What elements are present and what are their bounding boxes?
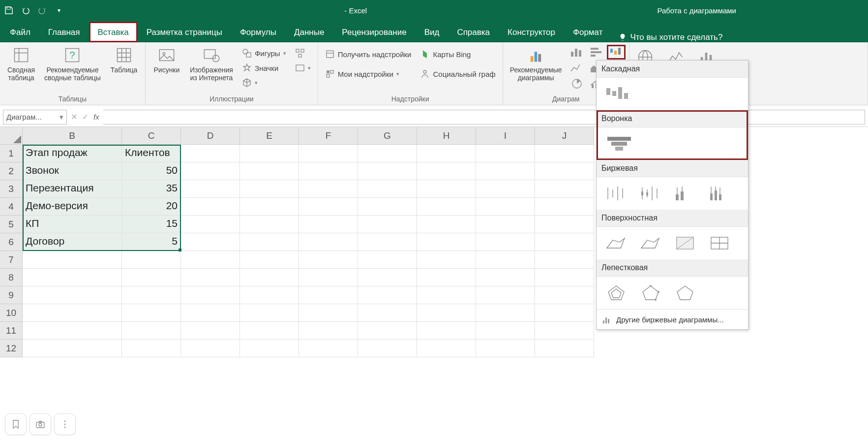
cell-C9[interactable] bbox=[122, 286, 181, 304]
more-stock-charts[interactable]: Другие биржевые диаграммы... bbox=[597, 309, 748, 329]
cell-C11[interactable] bbox=[122, 322, 181, 340]
smartart-button[interactable] bbox=[292, 46, 314, 60]
cell-I1[interactable] bbox=[476, 145, 535, 162]
cell-I2[interactable] bbox=[476, 162, 535, 180]
cell-F8[interactable] bbox=[299, 269, 358, 286]
redo-icon[interactable] bbox=[37, 5, 47, 15]
cell-C1[interactable]: Клиентов bbox=[122, 145, 181, 162]
cell-F7[interactable] bbox=[299, 251, 358, 269]
cell-H2[interactable] bbox=[417, 162, 476, 180]
cell-J4[interactable] bbox=[535, 198, 594, 216]
row-header-3[interactable]: 3 bbox=[0, 180, 23, 198]
row-header-10[interactable]: 10 bbox=[0, 304, 23, 322]
cell-E5[interactable] bbox=[240, 216, 299, 233]
cell-I4[interactable] bbox=[476, 198, 535, 216]
cell-D5[interactable] bbox=[181, 216, 240, 233]
cell-H7[interactable] bbox=[417, 251, 476, 269]
tab-design[interactable]: Конструктор bbox=[499, 22, 564, 42]
cell-G7[interactable] bbox=[358, 251, 417, 269]
cell-E1[interactable] bbox=[240, 145, 299, 162]
pictures-button[interactable]: Рисунки bbox=[150, 44, 184, 76]
recommended-pivot-button[interactable]: ? Рекомендуемые сводные таблицы bbox=[41, 44, 104, 84]
cell-J5[interactable] bbox=[535, 216, 594, 233]
chart-funnel-option[interactable] bbox=[601, 132, 637, 155]
cell-G1[interactable] bbox=[358, 145, 417, 162]
row-header-5[interactable]: 5 bbox=[0, 216, 23, 233]
cell-E8[interactable] bbox=[240, 269, 299, 286]
cell-F12[interactable] bbox=[299, 340, 358, 357]
cell-G2[interactable] bbox=[358, 162, 417, 180]
cell-G11[interactable] bbox=[358, 322, 417, 340]
tab-review[interactable]: Рецензирование bbox=[333, 22, 415, 42]
cell-C12[interactable] bbox=[122, 340, 181, 357]
cell-H12[interactable] bbox=[417, 340, 476, 357]
row-header-4[interactable]: 4 bbox=[0, 198, 23, 216]
col-header-B[interactable]: B bbox=[23, 127, 122, 145]
col-header-H[interactable]: H bbox=[417, 127, 476, 145]
chart-surface-3[interactable] bbox=[670, 232, 700, 254]
cell-B5[interactable]: КП bbox=[23, 216, 122, 233]
cell-G8[interactable] bbox=[358, 269, 417, 286]
cell-G4[interactable] bbox=[358, 198, 417, 216]
my-addins-button[interactable]: Мои надстройки▾ bbox=[322, 67, 415, 81]
camera-button[interactable] bbox=[30, 413, 51, 435]
cell-D10[interactable] bbox=[181, 304, 240, 322]
cell-J2[interactable] bbox=[535, 162, 594, 180]
row-header-1[interactable]: 1 bbox=[0, 145, 23, 162]
cell-D11[interactable] bbox=[181, 322, 240, 340]
cell-J8[interactable] bbox=[535, 269, 594, 286]
tab-insert[interactable]: Вставка bbox=[89, 22, 138, 42]
cell-H4[interactable] bbox=[417, 198, 476, 216]
screenshot-button[interactable]: ▾ bbox=[292, 61, 314, 75]
cell-E12[interactable] bbox=[240, 340, 299, 357]
cell-C2[interactable]: 50 bbox=[122, 162, 181, 180]
bookmark-button[interactable] bbox=[5, 413, 27, 435]
tab-file[interactable]: Файл bbox=[1, 22, 39, 42]
cell-J6[interactable] bbox=[535, 233, 594, 251]
cell-B9[interactable] bbox=[23, 286, 122, 304]
cell-C5[interactable]: 15 bbox=[122, 216, 181, 233]
cancel-icon[interactable]: ✕ bbox=[71, 112, 77, 122]
table-button[interactable]: Таблица bbox=[107, 44, 141, 76]
chart-type-pie[interactable] bbox=[568, 77, 586, 91]
chart-surface-1[interactable] bbox=[601, 232, 631, 254]
cell-D9[interactable] bbox=[181, 286, 240, 304]
cell-E11[interactable] bbox=[240, 322, 299, 340]
formula-input[interactable] bbox=[103, 110, 865, 125]
cell-H8[interactable] bbox=[417, 269, 476, 286]
tab-view[interactable]: Вид bbox=[416, 22, 449, 42]
col-header-C[interactable]: C bbox=[122, 127, 181, 145]
cell-D8[interactable] bbox=[181, 269, 240, 286]
col-header-E[interactable]: E bbox=[240, 127, 299, 145]
cell-F10[interactable] bbox=[299, 304, 358, 322]
cell-H9[interactable] bbox=[417, 286, 476, 304]
cell-B3[interactable]: Перезентация bbox=[23, 180, 122, 198]
cell-B4[interactable]: Демо-версия bbox=[23, 198, 122, 216]
row-header-8[interactable]: 8 bbox=[0, 269, 23, 286]
cell-D7[interactable] bbox=[181, 251, 240, 269]
chart-stock-2[interactable] bbox=[636, 182, 665, 205]
cell-G12[interactable] bbox=[358, 340, 417, 357]
row-header-2[interactable]: 2 bbox=[0, 162, 23, 180]
people-graph-button[interactable]: Социальный граф bbox=[417, 67, 498, 81]
cell-D2[interactable] bbox=[181, 162, 240, 180]
cell-G3[interactable] bbox=[358, 180, 417, 198]
cell-J12[interactable] bbox=[535, 340, 594, 357]
chart-radar-1[interactable] bbox=[601, 282, 631, 304]
cell-E4[interactable] bbox=[240, 198, 299, 216]
cell-J7[interactable] bbox=[535, 251, 594, 269]
cell-B7[interactable] bbox=[23, 251, 122, 269]
pivot-table-button[interactable]: Сводная таблица bbox=[4, 44, 38, 84]
cell-F11[interactable] bbox=[299, 322, 358, 340]
cell-B2[interactable]: Звонок bbox=[23, 162, 122, 180]
qat-customize-icon[interactable]: ▾ bbox=[54, 5, 64, 15]
cell-C7[interactable] bbox=[122, 251, 181, 269]
cell-E7[interactable] bbox=[240, 251, 299, 269]
cell-F2[interactable] bbox=[299, 162, 358, 180]
cell-C6[interactable]: 5 bbox=[122, 233, 181, 251]
cell-C8[interactable] bbox=[122, 269, 181, 286]
cell-H10[interactable] bbox=[417, 304, 476, 322]
cell-F1[interactable] bbox=[299, 145, 358, 162]
save-icon[interactable] bbox=[4, 5, 14, 15]
cell-D4[interactable] bbox=[181, 198, 240, 216]
